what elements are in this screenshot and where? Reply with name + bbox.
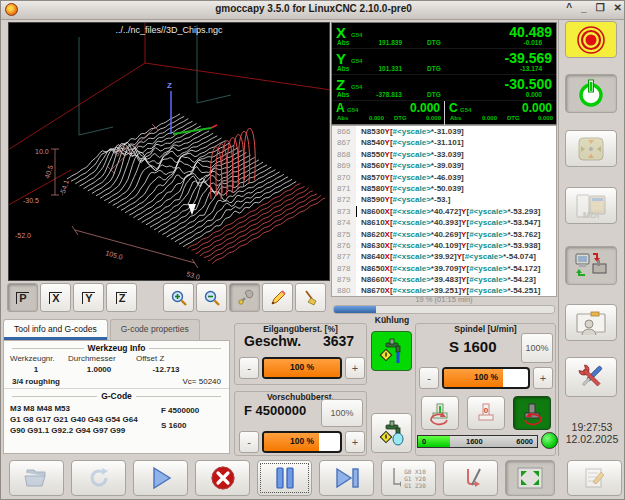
- spindle-plus-button[interactable]: +: [533, 367, 553, 389]
- spindle-override-slider[interactable]: 100 %: [442, 367, 530, 389]
- settings-button[interactable]: [565, 357, 617, 397]
- feed-reset-100-button[interactable]: 100%: [321, 399, 363, 427]
- close-button[interactable]: ✕: [614, 2, 622, 13]
- dro-a-value: 0.000: [410, 101, 440, 115]
- rapid-override-slider[interactable]: 100 %: [262, 357, 342, 379]
- dro-axis-x[interactable]: XG54 40.489 Abs191.839DTG-0.016: [332, 23, 556, 49]
- gcode-line[interactable]: 875N8620X[#<xscale>*40.269]Y[#<yscale>*-…: [332, 229, 556, 240]
- gcode-line[interactable]: 867N8540Y[#<yscale>*-31.101]: [332, 137, 556, 148]
- manual-mode-button[interactable]: [565, 130, 617, 167]
- reload-file-button[interactable]: [71, 460, 126, 496]
- dro-axis-z[interactable]: ZG54 -30.500 Abs-378.813DTG0.000: [332, 75, 556, 101]
- toggle-tool-display-button[interactable]: [229, 283, 260, 312]
- minimize-button[interactable]: _: [581, 2, 587, 13]
- view-x-button[interactable]: X: [40, 283, 71, 312]
- gcode-line[interactable]: 878N8650X[#<xscale>*39.709]Y[#<yscale>*-…: [332, 263, 556, 274]
- gcode-line[interactable]: 879N8660X[#<xscale>*39.483]Y[#<yscale>*-…: [332, 274, 556, 285]
- sidebar-separator[interactable]: [558, 20, 559, 456]
- tool-info-title: Werkzeug Info: [8, 343, 225, 353]
- gcode-line[interactable]: 866N8530Y[#<yscale>*-31.039]: [332, 126, 556, 137]
- pause-program-button[interactable]: [257, 460, 312, 496]
- spindle-ccw-button[interactable]: [421, 396, 459, 430]
- dro-axis-c[interactable]: CG54 0.000 Abs0.000DTG0.000: [444, 101, 556, 125]
- view-z-button[interactable]: Z: [106, 283, 137, 312]
- spindle-speed-scale: 0 1600 6000: [417, 435, 538, 448]
- progress-bar: [333, 305, 555, 314]
- edit-gcode-button[interactable]: [567, 460, 622, 496]
- gcode-view[interactable]: 866N8530Y[#<yscale>*-31.039]867N8540Y[#<…: [331, 125, 557, 297]
- zoom-in-button[interactable]: [163, 283, 194, 312]
- user-tabs-button[interactable]: [565, 304, 617, 341]
- feed-override-slider[interactable]: 100 %: [262, 431, 342, 453]
- toggle-dimensions-button[interactable]: [262, 283, 293, 312]
- gcode-line[interactable]: 871N8580Y[#<yscale>*-50.039]: [332, 183, 556, 194]
- gcode-line[interactable]: 873N8600X[#<xscale>*40.472]Y[#<yscale>*-…: [332, 206, 556, 217]
- run-program-button[interactable]: [133, 460, 188, 496]
- maximize-button[interactable]: ❐: [596, 2, 605, 13]
- dro-panel: XG54 40.489 Abs191.839DTG-0.016 YG54 -39…: [331, 22, 557, 125]
- open-file-button[interactable]: [9, 460, 64, 496]
- gcode-line-text: N8650X[#<xscale>*39.709]Y[#<yscale>*-54.…: [356, 263, 540, 274]
- dro-c-value: 0.000: [522, 101, 552, 115]
- mist-coolant-button[interactable]: [371, 413, 412, 453]
- skip-optional-blocks-button[interactable]: [443, 460, 498, 496]
- gcode-line-text: N8630X[#<xscale>*40.109]Y[#<yscale>*-53.…: [356, 240, 540, 251]
- run-icon: [148, 465, 174, 491]
- machine-on-button[interactable]: [565, 74, 617, 113]
- tool-col-number: Werkzeugnr.: [10, 354, 62, 363]
- gcode-line-number: 866: [332, 126, 356, 137]
- mist-coolant-icon: [378, 419, 406, 447]
- view-perspective-button[interactable]: P: [7, 283, 38, 312]
- run-from-line-arrow-icon: [391, 466, 401, 490]
- dro-axis-y[interactable]: YG54 -39.569 Abs101.331DTG-13.174: [332, 49, 556, 75]
- clear-preview-button[interactable]: [295, 283, 326, 312]
- power-icon: [575, 78, 607, 110]
- feed-minus-button[interactable]: -: [239, 431, 259, 453]
- gcode-line-text: N8550Y[#<yscale>*-33.039]: [356, 149, 464, 160]
- spindle-stop-button[interactable]: 0: [467, 396, 505, 430]
- rapid-minus-button[interactable]: -: [239, 357, 259, 379]
- gcode-line-number: 873: [332, 206, 356, 217]
- mdi-mode-button[interactable]: MDI: [565, 187, 617, 224]
- spindle-minus-button[interactable]: -: [419, 367, 439, 389]
- fullsize-icon: [516, 466, 544, 490]
- gcode-line-text: N8570Y[#<yscale>*-46.039]: [356, 172, 464, 183]
- mdi-keyboard-icon: MDI: [574, 192, 608, 220]
- gcode-line-text: N8620X[#<xscale>*40.269]Y[#<yscale>*-53.…: [356, 229, 540, 240]
- gcode-line[interactable]: 874N8610X[#<xscale>*40.393]Y[#<yscale>*-…: [332, 217, 556, 228]
- tool-vc: Vc= 50240: [183, 377, 221, 386]
- tab-gcode-properties[interactable]: G-code properties: [110, 319, 200, 340]
- run-progress: 19 % (01:15 min): [331, 297, 557, 315]
- tab-tool-info[interactable]: Tool info and G-codes: [3, 319, 108, 340]
- dro-axis-a[interactable]: AG54 0.000 Abs0.000DTG0.000: [332, 101, 444, 125]
- rapid-plus-button[interactable]: +: [345, 357, 365, 379]
- zoom-out-button[interactable]: [196, 283, 227, 312]
- gcode-line[interactable]: 877N8640X[#<xscale>*39.92]Y[#<yscale>*-5…: [332, 251, 556, 262]
- gcode-line[interactable]: 872N8590Y[#<yscale>*-53.]: [332, 194, 556, 205]
- fullsize-preview-button[interactable]: [505, 460, 555, 496]
- stop-program-button[interactable]: [195, 460, 250, 496]
- spindle-reset-100-button[interactable]: 100%: [521, 333, 553, 363]
- spindle-stop-icon: 0: [473, 400, 499, 426]
- step-program-button[interactable]: [319, 460, 374, 496]
- spindle-cw-button[interactable]: [513, 396, 551, 430]
- shade-window-button[interactable]: ^: [566, 2, 572, 13]
- gremlin-preview[interactable]: Z 10.0 40.5 -30.5 58.1 -54.1 -52.0 105.0…: [8, 22, 330, 281]
- clock-date: 12.02.2025: [559, 433, 625, 445]
- gcode-line[interactable]: 876N8630X[#<xscale>*40.109]Y[#<yscale>*-…: [332, 240, 556, 251]
- gcode-line[interactable]: 869N8560Y[#<yscale>*-39.039]: [332, 160, 556, 171]
- gcode-line-number: 870: [332, 172, 356, 183]
- spindle-speed-label: S 1600: [449, 338, 497, 355]
- estop-button[interactable]: [565, 21, 617, 58]
- tool-offset-z: -12.713: [136, 363, 196, 376]
- flood-coolant-button[interactable]: [371, 331, 412, 371]
- gcode-line[interactable]: 870N8570Y[#<yscale>*-46.039]: [332, 172, 556, 183]
- dim-x-span: 105.0: [105, 249, 124, 261]
- view-y-button[interactable]: Y: [73, 283, 104, 312]
- preview-toolbar: P X Y Z: [7, 283, 331, 314]
- auto-mode-button[interactable]: [565, 246, 617, 285]
- feed-plus-button[interactable]: +: [345, 431, 365, 453]
- skip-blocks-icon: [458, 465, 484, 491]
- run-from-line-button[interactable]: G0 X10 G1 Y20 G1 Z30: [381, 460, 436, 496]
- gcode-line[interactable]: 868N8550Y[#<yscale>*-33.039]: [332, 149, 556, 160]
